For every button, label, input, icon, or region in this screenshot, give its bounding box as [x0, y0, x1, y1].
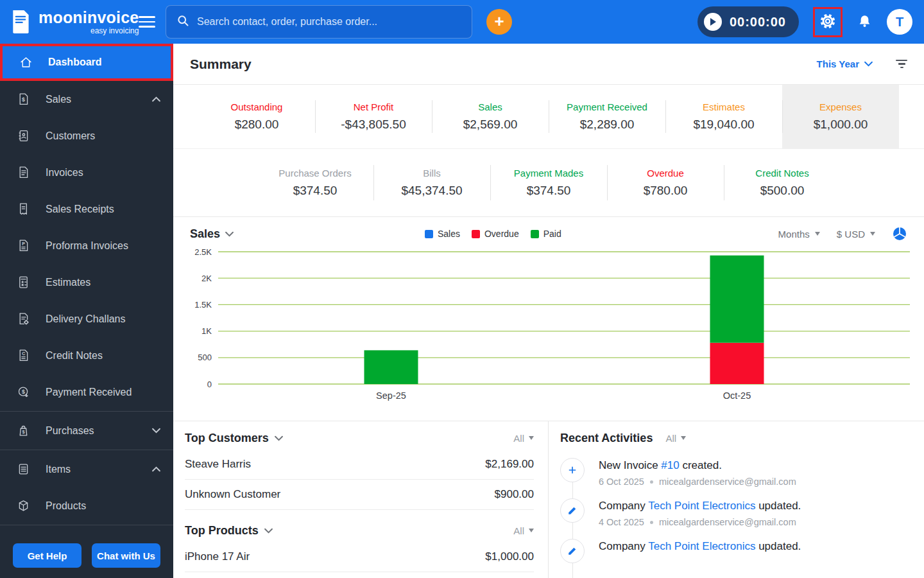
sidebar-item-sales-receipts[interactable]: Sales Receipts [0, 191, 173, 227]
sidebar-divider [0, 525, 173, 525]
sidebar-item-products[interactable]: Products [0, 487, 173, 524]
card-label: Overdue [647, 168, 684, 179]
delivery-doc-icon [17, 312, 30, 326]
recent-activities-filter[interactable]: All [665, 433, 686, 444]
sidebar-divider [0, 411, 173, 412]
activity-meta: 6 Oct 2025 micealgardenservice@gmail.com [599, 477, 796, 487]
legend-item-paid[interactable]: Paid [531, 229, 561, 239]
brand-name: mooninvoice [38, 10, 139, 26]
product-row[interactable]: iPhone 17 Air $1,000.00 [185, 542, 534, 572]
legend-label: Paid [543, 229, 561, 239]
get-help-button[interactable]: Get Help [13, 543, 81, 568]
card-credit-notes[interactable]: Credit Notes $500.00 [724, 149, 841, 216]
sidebar-item-credit-notes[interactable]: C Credit Notes [0, 337, 173, 374]
sidebar-item-estimates[interactable]: Estimates [0, 264, 173, 301]
sidebar-item-label: Purchases [46, 425, 137, 437]
card-outstanding[interactable]: Outstanding $280.00 [198, 85, 315, 148]
sidebar-item-label: Dashboard [48, 57, 158, 68]
sidebar-item-label: Sales [46, 94, 137, 105]
activity-suffix: updated. [755, 500, 801, 512]
calculator-icon [17, 276, 30, 289]
sidebar-item-customers[interactable]: Customers [0, 118, 173, 154]
sales-chart-section: Sales Sales Overdue Paid Mo [173, 217, 924, 421]
sidebar-item-invoices[interactable]: Invoices [0, 154, 173, 191]
card-net-profit[interactable]: Net Profit -$43,805.50 [315, 85, 432, 148]
activity-prefix: Company [599, 540, 648, 552]
top-customers-dropdown[interactable]: Top Customers [185, 432, 283, 445]
activity-link[interactable]: #10 [661, 459, 679, 471]
card-payment-received[interactable]: Payment Received $2,289.00 [549, 85, 665, 148]
chart-legend: Sales Overdue Paid [208, 229, 778, 239]
sidebar-item-label: Payment Received [46, 387, 160, 398]
top-products-filter[interactable]: All [513, 525, 534, 536]
legend-item-sales[interactable]: Sales [425, 229, 460, 239]
card-sales[interactable]: Sales $2,569.00 [432, 85, 549, 148]
currency-dropdown[interactable]: $ USD [837, 229, 875, 240]
package-box-icon [17, 499, 30, 512]
legend-label: Overdue [484, 229, 519, 239]
card-bills[interactable]: Bills $45,374.50 [373, 149, 490, 216]
activity-link[interactable]: Tech Point Electronics [648, 540, 755, 552]
settings-button[interactable] [818, 12, 837, 33]
search-input[interactable] [197, 16, 461, 28]
sidebar-item-items[interactable]: Items [0, 451, 173, 487]
card-purchase-orders[interactable]: Purchase Orders $374.50 [257, 149, 373, 216]
quick-add-button[interactable]: + [486, 9, 512, 35]
legend-item-overdue[interactable]: Overdue [472, 229, 519, 239]
activity-item: New Invoice #10 created. 6 Oct 2025 mice… [560, 452, 909, 493]
card-estimates[interactable]: Estimates $19,040.00 [665, 85, 782, 148]
customer-row[interactable]: Unknown Customer $900.00 [185, 480, 534, 510]
sidebar-item-sales[interactable]: $ Sales [0, 81, 173, 118]
time-tracker-button[interactable]: 00:00:00 [697, 6, 799, 37]
top-products-dropdown[interactable]: Top Products [185, 524, 273, 538]
activity-item: Company Tech Point Electronics updated. … [560, 493, 909, 533]
legend-swatch [472, 230, 480, 238]
sidebar-item-dashboard[interactable]: Dashboard [3, 46, 171, 78]
receipt-icon [17, 202, 30, 216]
filter-icon[interactable] [896, 60, 907, 69]
notifications-button[interactable] [857, 13, 873, 31]
home-icon [19, 56, 33, 69]
product-amount: $1,000.00 [485, 550, 534, 563]
period-dropdown[interactable]: This Year [817, 58, 873, 69]
activity-link[interactable]: Tech Point Electronics [648, 500, 755, 512]
triangle-down-icon [681, 436, 686, 440]
bullet-separator [650, 521, 653, 524]
product-name: iPhone 17 Air [185, 550, 250, 563]
card-expenses[interactable]: Expenses $1,000.00 [782, 85, 899, 148]
brand-logo[interactable]: mooninvoice easy invoicing [0, 9, 139, 35]
chevron-down-icon [275, 435, 283, 441]
card-value: $19,040.00 [693, 118, 754, 132]
chevron-down-icon [152, 428, 160, 434]
interval-dropdown[interactable]: Months [778, 229, 820, 240]
svg-text:$: $ [22, 389, 25, 395]
user-avatar[interactable]: T [887, 9, 912, 35]
sidebar-item-purchases[interactable]: $ Purchases [0, 412, 173, 449]
global-search[interactable] [166, 5, 472, 39]
sidebar-item-label: Credit Notes [46, 350, 160, 362]
card-label: Estimates [703, 101, 745, 112]
currency-value: $ USD [837, 229, 865, 240]
card-value: $280.00 [235, 118, 279, 132]
chat-with-us-button[interactable]: Chat with Us [92, 543, 160, 568]
main-content: Summary This Year Outstanding $280.00 Ne… [173, 44, 924, 578]
card-overdue[interactable]: Overdue $780.00 [607, 149, 724, 216]
card-value: $500.00 [760, 184, 805, 198]
filter-value: All [513, 433, 524, 444]
top-customers-filter[interactable]: All [513, 433, 534, 444]
plus-icon [560, 458, 585, 482]
top-bar: mooninvoice easy invoicing + 00:00:00 [0, 0, 924, 44]
customer-row[interactable]: Steave Harris $2,169.00 [185, 450, 534, 480]
menu-icon[interactable] [139, 16, 155, 28]
pie-chart-toggle[interactable] [892, 226, 907, 241]
svg-text:$: $ [22, 429, 26, 435]
sidebar-item-delivery-challans[interactable]: Delivery Challans [0, 301, 173, 337]
card-value: -$43,805.50 [341, 118, 406, 132]
sidebar-item-payment-received[interactable]: $ Payment Received [0, 374, 173, 410]
activity-text: New Invoice #10 created. [599, 458, 796, 472]
sidebar-item-label: Estimates [46, 277, 160, 288]
credit-note-doc-icon: C [17, 349, 30, 362]
card-payment-mades[interactable]: Payment Mades $374.50 [490, 149, 607, 216]
activity-timeline: New Invoice #10 created. 6 Oct 2025 mice… [560, 452, 909, 569]
sidebar-item-proforma-invoices[interactable]: P Proforma Invoices [0, 227, 173, 264]
